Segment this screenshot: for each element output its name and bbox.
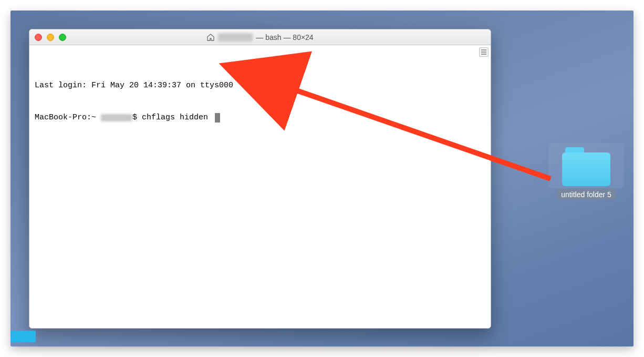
scrollbar-indicator[interactable] bbox=[479, 47, 489, 57]
window-controls bbox=[35, 34, 66, 41]
title-suffix: — bash — 80×24 bbox=[256, 33, 313, 42]
close-button[interactable] bbox=[35, 34, 42, 41]
home-icon bbox=[206, 33, 215, 42]
prompt-host: MacBook-Pro:~ bbox=[35, 113, 101, 123]
folder-label[interactable]: untitled folder 5 bbox=[557, 189, 616, 200]
minimize-button[interactable] bbox=[47, 34, 54, 41]
window-title: — bash — 80×24 bbox=[206, 33, 313, 42]
redacted-username bbox=[218, 33, 253, 42]
window-titlebar[interactable]: — bash — 80×24 bbox=[29, 29, 491, 45]
redacted-username-prompt bbox=[101, 114, 132, 121]
prompt-line[interactable]: MacBook-Pro:~ $ chflags hidden bbox=[35, 113, 485, 123]
desktop-folder[interactable]: untitled folder 5 bbox=[555, 147, 618, 200]
prompt-symbol: $ bbox=[132, 113, 142, 123]
terminal-window[interactable]: — bash — 80×24 Last login: Fri May 20 14… bbox=[29, 29, 491, 329]
folder-icon[interactable] bbox=[562, 147, 610, 186]
cursor bbox=[215, 113, 220, 123]
last-login-line: Last login: Fri May 20 14:39:37 on ttys0… bbox=[35, 80, 485, 91]
last-login-text: Last login: Fri May 20 14:39:37 on ttys0… bbox=[35, 80, 233, 91]
macos-desktop[interactable]: — bash — 80×24 Last login: Fri May 20 14… bbox=[11, 11, 633, 346]
zoom-button[interactable] bbox=[59, 34, 66, 41]
dock-fragment bbox=[11, 331, 36, 342]
terminal-body[interactable]: Last login: Fri May 20 14:39:37 on ttys0… bbox=[29, 45, 491, 328]
typed-command: chflags hidden bbox=[142, 113, 213, 123]
